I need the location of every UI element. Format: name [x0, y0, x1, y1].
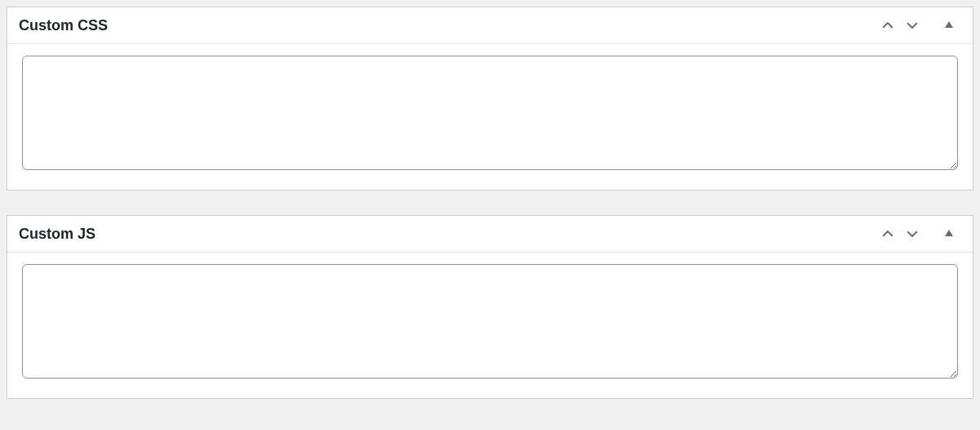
triangle-up-icon — [944, 20, 954, 32]
custom-css-textarea[interactable] — [22, 56, 958, 170]
move-down-button[interactable] — [902, 16, 922, 35]
chevron-up-icon — [880, 18, 895, 33]
collapse-toggle-button[interactable] — [937, 224, 961, 244]
panel-header: Custom CSS — [7, 7, 973, 44]
collapse-toggle-button[interactable] — [937, 16, 961, 35]
move-up-button[interactable] — [878, 16, 898, 35]
svg-marker-0 — [945, 21, 953, 28]
move-down-button[interactable] — [902, 224, 922, 244]
triangle-up-icon — [944, 228, 954, 240]
panel-body — [7, 253, 973, 398]
custom-css-panel: Custom CSS — [7, 7, 973, 190]
panel-controls — [878, 224, 961, 244]
chevron-down-icon — [905, 226, 920, 241]
panel-controls — [878, 16, 961, 35]
panel-title: Custom CSS — [19, 17, 108, 34]
chevron-down-icon — [905, 18, 920, 33]
chevron-up-icon — [880, 226, 895, 241]
panel-header: Custom JS — [7, 216, 973, 253]
svg-marker-1 — [945, 230, 953, 236]
custom-js-panel: Custom JS — [7, 215, 973, 399]
move-up-button[interactable] — [878, 224, 898, 244]
panel-title: Custom JS — [19, 226, 96, 243]
panel-body — [7, 44, 973, 190]
custom-js-textarea[interactable] — [22, 264, 958, 378]
